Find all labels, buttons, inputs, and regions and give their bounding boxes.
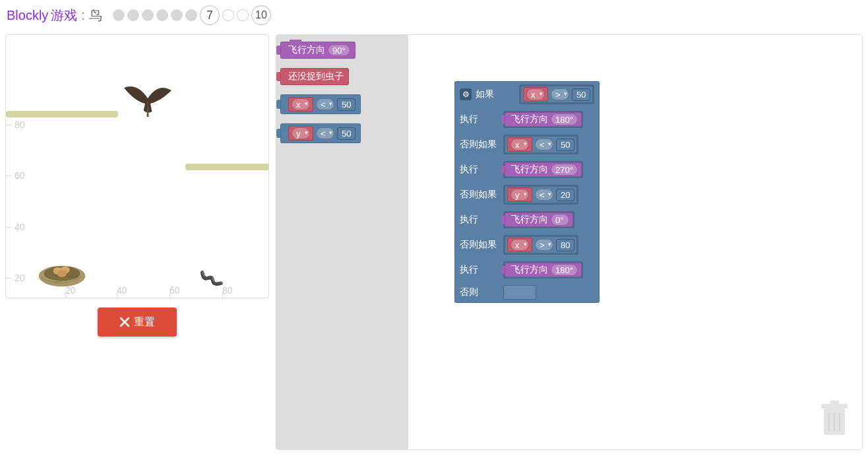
do-label-1: 执行 xyxy=(460,114,499,125)
do-label-3: 执行 xyxy=(460,214,499,226)
nest-sprite xyxy=(36,253,88,289)
heading-3[interactable]: 飞行方向 0° xyxy=(505,213,573,227)
do-label-2: 执行 xyxy=(460,164,499,176)
bird-sprite xyxy=(121,78,174,124)
game-canvas: 80 60 40 20 20 40 60 80 xyxy=(5,34,269,298)
op-lt[interactable]: < xyxy=(316,98,334,110)
heading-label: 飞行方向 xyxy=(288,44,325,56)
heading-1[interactable]: 飞行方向 180° xyxy=(505,112,582,127)
level-dot-9[interactable] xyxy=(237,9,249,21)
brand-suffix[interactable]: 游戏 xyxy=(51,7,77,24)
y-axis-60: 60 xyxy=(15,170,25,181)
elseif-label-2: 否则如果 xyxy=(460,189,499,201)
op-lt[interactable]: < xyxy=(316,127,334,139)
cond-4[interactable]: x > 80 xyxy=(505,236,577,253)
trash-icon[interactable] xyxy=(820,401,849,436)
y-axis-40: 40 xyxy=(15,222,25,232)
level-dot-5[interactable] xyxy=(171,9,183,21)
workspace-canvas[interactable]: ⚙ 如果 x > 50 执行 飞行方向 180° 否则如果 xyxy=(408,35,862,449)
gear-icon[interactable]: ⚙ xyxy=(460,88,472,100)
level-dot-1[interactable] xyxy=(113,9,125,21)
do-label-4: 执行 xyxy=(460,264,499,276)
else-label: 否则 xyxy=(460,286,499,298)
cond-2[interactable]: x < 50 xyxy=(505,136,577,153)
toolbox-noworm-block[interactable]: 还没捉到虫子 xyxy=(280,68,349,85)
brand-link[interactable]: Blockly xyxy=(7,8,48,23)
heading-4[interactable]: 飞行方向 180° xyxy=(505,263,582,277)
val-50[interactable]: 50 xyxy=(337,127,356,140)
close-icon xyxy=(119,317,130,327)
y-axis-80: 80 xyxy=(15,119,25,130)
level-dot-8[interactable] xyxy=(222,9,234,21)
game-panel: 80 60 40 20 20 40 60 80 xyxy=(5,34,269,450)
svg-rect-7 xyxy=(830,401,839,405)
elseif-label-1: 否则如果 xyxy=(460,139,499,150)
svg-rect-6 xyxy=(821,404,848,409)
heading-angle-field[interactable]: 90° xyxy=(328,44,350,56)
val-50[interactable]: 50 xyxy=(337,98,356,111)
svg-point-4 xyxy=(57,270,67,277)
toolbox-compare-y[interactable]: y < 50 xyxy=(280,123,361,143)
x-axis-60: 60 xyxy=(170,285,180,296)
if-block[interactable]: ⚙ 如果 x > 50 执行 飞行方向 180° 否则如果 xyxy=(454,81,600,303)
cond-1[interactable]: x > 50 xyxy=(520,86,593,103)
title-separator: : xyxy=(81,8,85,23)
level-dot-4[interactable] xyxy=(156,9,168,21)
level-dot-6[interactable] xyxy=(185,9,197,21)
toolbox-compare-x[interactable]: x < 50 xyxy=(280,94,361,114)
level-dot-3[interactable] xyxy=(142,9,154,21)
toolbox-heading-block[interactable]: 飞行方向 90° xyxy=(280,42,356,59)
header: Blockly 游戏 : 鸟 7 10 xyxy=(0,0,868,34)
noworm-label: 还没捉到虫子 xyxy=(288,71,344,82)
reset-button[interactable]: 重置 xyxy=(98,308,177,337)
game-name: 鸟 xyxy=(89,7,102,24)
else-empty-slot[interactable] xyxy=(503,285,536,300)
wall-1 xyxy=(6,111,118,117)
x-axis-40: 40 xyxy=(117,285,127,296)
y-axis-20: 20 xyxy=(15,273,25,283)
blockly-workspace[interactable]: 飞行方向 90° 还没捉到虫子 x < 50 y < 50 ⚙ 如果 xyxy=(276,34,863,450)
cond-3[interactable]: y < 20 xyxy=(505,186,577,203)
elseif-label-3: 否则如果 xyxy=(460,239,499,251)
level-dot-7-current[interactable]: 7 xyxy=(200,5,220,25)
var-y[interactable]: y xyxy=(288,126,313,141)
heading-2[interactable]: 飞行方向 270° xyxy=(505,162,582,177)
x-axis-80: 80 xyxy=(222,285,233,296)
reset-label: 重置 xyxy=(134,315,155,329)
wall-2 xyxy=(185,164,269,170)
if-label: 如果 xyxy=(476,88,515,100)
var-x[interactable]: x xyxy=(288,97,313,112)
toolbox: 飞行方向 90° 还没捉到虫子 x < 50 y < 50 xyxy=(276,35,408,449)
level-dot-10[interactable]: 10 xyxy=(251,5,271,25)
level-dot-2[interactable] xyxy=(127,9,139,21)
level-selector: 7 10 xyxy=(113,5,271,25)
